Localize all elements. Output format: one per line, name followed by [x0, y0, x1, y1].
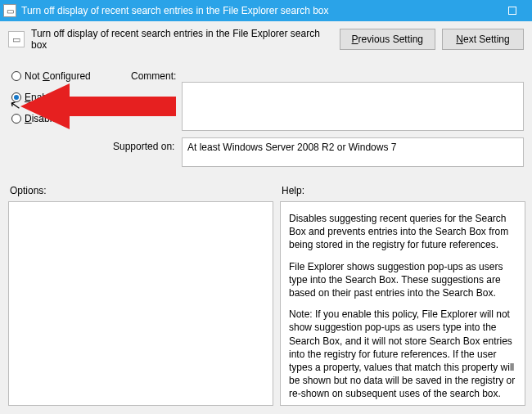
- supported-on-text: At least Windows Server 2008 R2 or Windo…: [187, 142, 396, 153]
- radio-label: Disabled: [25, 113, 63, 124]
- supported-on-field: At least Windows Server 2008 R2 or Windo…: [182, 137, 524, 167]
- radio-label: Enabled: [25, 92, 61, 103]
- policy-header-icon: ▭: [8, 31, 25, 47]
- supported-on-label: Supported on:: [113, 141, 174, 152]
- state-radio-group: Not Configured Enabled Disabled: [11, 70, 91, 124]
- policy-title: Turn off display of recent search entrie…: [31, 28, 333, 51]
- next-setting-button[interactable]: Next Setting: [442, 29, 524, 50]
- radio-enabled[interactable]: Enabled: [11, 92, 91, 103]
- help-paragraph: Disables suggesting recent queries for t…: [289, 212, 516, 252]
- maximize-button[interactable]: [496, 2, 529, 20]
- comment-label: Comment:: [131, 70, 176, 82]
- svg-rect-0: [509, 7, 516, 15]
- radio-icon: [11, 114, 21, 124]
- window-title: Turn off display of recent search entrie…: [21, 5, 496, 16]
- radio-disabled[interactable]: Disabled: [11, 113, 91, 124]
- maximize-icon: [508, 7, 516, 15]
- radio-label: Not Configured: [25, 70, 91, 82]
- help-paragraph: File Explorer shows suggestion pop-ups a…: [289, 260, 516, 300]
- previous-setting-button[interactable]: Previous Setting: [340, 29, 435, 50]
- comment-textarea[interactable]: [182, 82, 524, 131]
- options-label: Options:: [10, 185, 47, 196]
- policy-icon: ▭: [3, 4, 16, 17]
- options-panel: [8, 201, 273, 406]
- radio-icon: [11, 71, 21, 81]
- radio-icon: [11, 92, 21, 102]
- help-label: Help:: [282, 185, 304, 196]
- radio-not-configured[interactable]: Not Configured: [11, 70, 91, 82]
- titlebar[interactable]: ▭ Turn off display of recent search entr…: [0, 0, 532, 21]
- help-paragraph: Note: If you enable this policy, File Ex…: [289, 308, 516, 400]
- help-panel: Disables suggesting recent queries for t…: [280, 201, 525, 406]
